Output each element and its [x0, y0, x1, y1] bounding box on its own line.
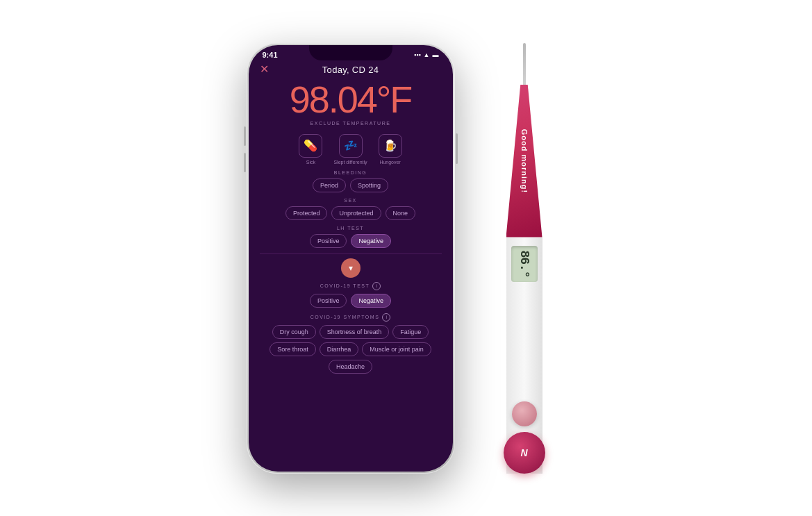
- expand-button[interactable]: ▾: [341, 258, 361, 278]
- headache-pill[interactable]: Headache: [329, 360, 372, 374]
- covid-symptoms-options: Dry cough Shortness of breath Fatigue So…: [260, 325, 442, 374]
- exclude-temperature-label: EXCLUDE TEMPERATURE: [249, 121, 453, 126]
- lh-negative-pill[interactable]: Negative: [351, 234, 391, 248]
- period-pill[interactable]: Period: [313, 178, 346, 192]
- sick-label: Sick: [306, 160, 315, 165]
- thermometer-display-value: 86.°: [517, 250, 531, 277]
- thermometer-upper: Good morning!: [506, 85, 542, 238]
- thermometer-body: Good morning! 86.° N: [506, 43, 542, 474]
- muscle-joint-pain-pill[interactable]: Muscle or joint pain: [362, 342, 431, 356]
- phone-shell: 9:41 ▪▪▪ ▲ ▬ ✕ Today, CD 24 98.04°F EXCL…: [247, 43, 455, 474]
- thermometer-lower: 86.°: [506, 238, 542, 390]
- sex-label: SEX: [260, 198, 442, 203]
- slept-icon-box: 💤: [339, 134, 363, 158]
- signal-icon: ▪▪▪: [414, 51, 421, 58]
- divider: [260, 253, 442, 254]
- covid-test-label: COVID-19 TEST: [320, 283, 370, 288]
- spotting-pill[interactable]: Spotting: [350, 178, 388, 192]
- thermometer-logo: N: [520, 447, 527, 458]
- covid-test-label-row: COVID-19 TEST i: [260, 282, 442, 290]
- covid-symptoms-label: COVID-19 SYMPTOMS: [310, 315, 380, 319]
- dry-cough-pill[interactable]: Dry cough: [272, 325, 316, 339]
- shortness-of-breath-pill[interactable]: Shortness of breath: [320, 325, 390, 339]
- none-pill[interactable]: None: [386, 206, 416, 220]
- hungover-label: Hungover: [379, 160, 400, 165]
- hungover-icon-box: 🍺: [379, 134, 402, 158]
- covid-symptoms-info-icon[interactable]: i: [382, 313, 390, 322]
- temperature-value: 98.04°F: [249, 81, 453, 118]
- lh-test-section: LH TEST Positive Negative: [249, 223, 453, 251]
- chevron-down-icon: ▾: [349, 263, 353, 273]
- status-icons: ▪▪▪ ▲ ▬: [414, 51, 439, 58]
- bleeding-label: BLEEDING: [260, 170, 442, 175]
- slept-differently-option[interactable]: 💤 Slept differently: [333, 134, 367, 165]
- covid-test-info-icon[interactable]: i: [372, 282, 381, 290]
- covid-symptoms-label-row: COVID-19 SYMPTOMS i: [260, 313, 442, 322]
- header-title: Today, CD 24: [322, 65, 379, 75]
- lh-test-label: LH TEST: [260, 226, 442, 231]
- temperature-display: 98.04°F EXCLUDE TEMPERATURE: [249, 78, 453, 130]
- thermometer-bulb: N: [504, 432, 545, 474]
- thermometer: Good morning! 86.° N: [483, 43, 566, 474]
- covid-symptoms-section: COVID-19 SYMPTOMS i Dry cough Shortness …: [249, 310, 453, 376]
- covid-positive-pill[interactable]: Positive: [310, 294, 347, 308]
- phone-notch: [309, 45, 392, 60]
- covid-test-options: Positive Negative: [260, 294, 442, 308]
- status-time: 9:41: [263, 51, 278, 59]
- sore-throat-pill[interactable]: Sore throat: [270, 342, 316, 356]
- power-button: [456, 133, 458, 164]
- hungover-option[interactable]: 🍺 Hungover: [379, 134, 402, 165]
- covid-test-section: COVID-19 TEST i Positive Negative: [249, 279, 453, 310]
- volume-down-button: [244, 153, 246, 172]
- thermometer-bulb-container: N: [506, 390, 542, 474]
- sick-icon-box: 💊: [299, 134, 322, 158]
- bleeding-section: BLEEDING Period Spotting: [249, 167, 453, 195]
- thermometer-button[interactable]: [512, 401, 537, 426]
- covid-negative-pill[interactable]: Negative: [351, 294, 391, 308]
- phone-screen: 9:41 ▪▪▪ ▲ ▬ ✕ Today, CD 24 98.04°F EXCL…: [249, 45, 453, 472]
- scene: 9:41 ▪▪▪ ▲ ▬ ✕ Today, CD 24 98.04°F EXCL…: [0, 0, 812, 516]
- protected-pill[interactable]: Protected: [285, 206, 328, 220]
- thermometer-display: 86.°: [511, 246, 538, 282]
- sex-options: Protected Unprotected None: [260, 206, 442, 220]
- diarrhea-pill[interactable]: Diarrhea: [320, 342, 359, 356]
- slept-label: Slept differently: [333, 160, 367, 165]
- sex-section: SEX Protected Unprotected None: [249, 195, 453, 223]
- battery-icon: ▬: [433, 51, 439, 58]
- fatigue-pill[interactable]: Fatigue: [392, 325, 429, 339]
- lh-positive-pill[interactable]: Positive: [310, 234, 347, 248]
- thermometer-tip: [523, 43, 526, 85]
- wifi-icon: ▲: [424, 51, 430, 58]
- unprotected-pill[interactable]: Unprotected: [331, 206, 381, 220]
- lh-test-options: Positive Negative: [260, 234, 442, 248]
- app-header: ✕ Today, CD 24: [249, 60, 453, 78]
- expand-button-row: ▾: [249, 257, 453, 279]
- volume-up-button: [244, 126, 246, 146]
- exclude-icons-row: 💊 Sick 💤 Slept differently 🍺 Hungover: [249, 130, 453, 167]
- sick-option[interactable]: 💊 Sick: [299, 134, 322, 165]
- thermometer-brand-text: Good morning!: [520, 128, 529, 192]
- bleeding-options: Period Spotting: [260, 178, 442, 192]
- close-button[interactable]: ✕: [260, 64, 269, 75]
